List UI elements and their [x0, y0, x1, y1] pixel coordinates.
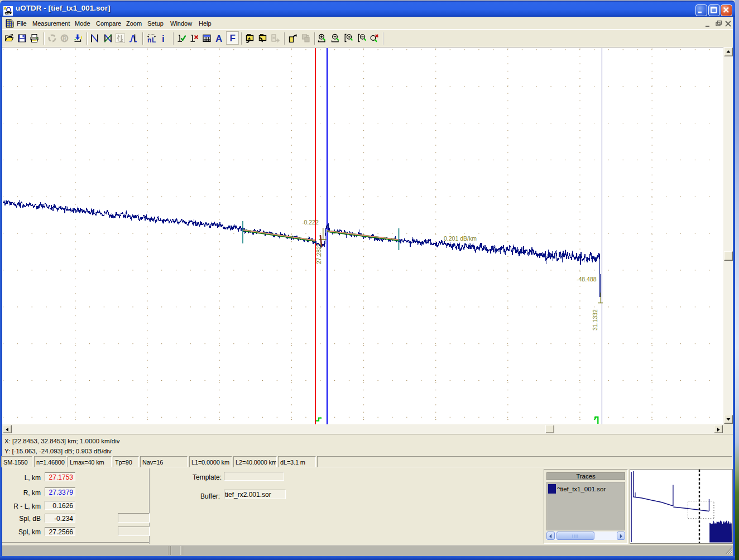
svg-text:A: A	[215, 33, 222, 43]
svg-text:L: L	[152, 36, 156, 44]
svg-text:F: F	[230, 33, 236, 42]
svg-text:n: n	[147, 36, 151, 44]
svg-text:i: i	[162, 33, 165, 43]
svg-text:R: R	[63, 36, 67, 42]
